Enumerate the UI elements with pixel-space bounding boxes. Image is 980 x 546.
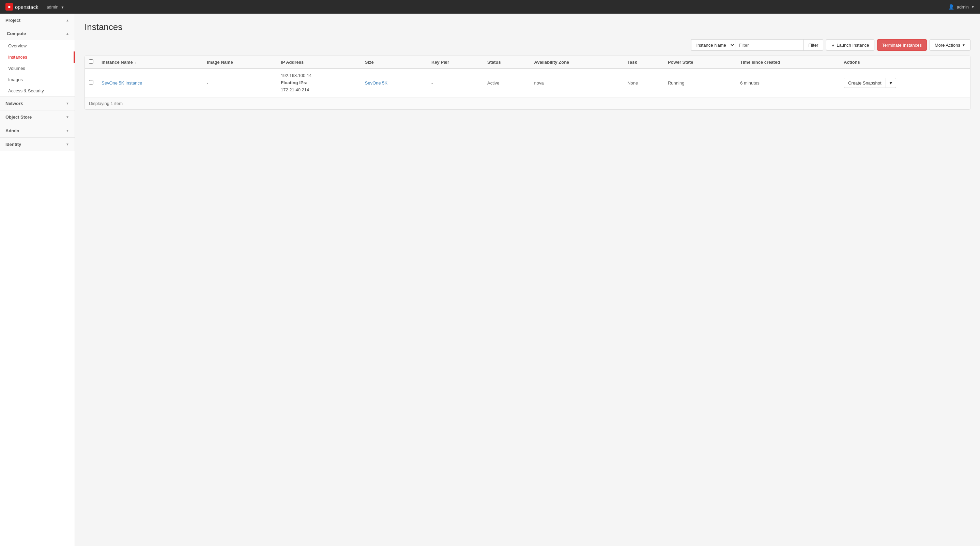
sidebar-item-access-security[interactable]: Access & Security [0,85,75,96]
ip-block: 192.168.100.14 Floating IPs: 172.21.40.2… [281,72,357,93]
object-store-chevron-icon: ▼ [66,115,69,119]
user-label: admin [957,5,969,10]
filter-group: Instance Name Filter [691,39,823,51]
top-bar-admin-caret[interactable]: ▼ [60,5,64,9]
size-cell: SevOne 5K [361,68,427,97]
sidebar-admin-header[interactable]: Admin ▼ [0,124,75,137]
admin-chevron-icon: ▼ [66,129,69,132]
create-snapshot-button[interactable]: Create Snapshot [844,78,886,88]
filter-select[interactable]: Instance Name [691,39,735,51]
instances-table: Instance Name ↕ Image Name IP Address Si… [85,56,970,97]
sidebar-network-header[interactable]: Network ▼ [0,97,75,110]
table-footer: Displaying 1 item [85,97,970,110]
more-actions-button[interactable]: More Actions ▼ [929,39,970,51]
more-actions-label: More Actions [935,43,960,48]
sidebar-section-identity: Identity ▼ [0,138,75,151]
top-bar-admin-dropdown[interactable]: admin ▼ [46,5,64,10]
sidebar-item-overview[interactable]: Overview [0,40,75,51]
page-title: Instances [84,22,970,32]
time-since-created-cell: 6 minutes [736,68,840,97]
col-availability-zone[interactable]: Availability Zone [530,56,624,68]
more-actions-caret-icon: ▼ [962,43,965,47]
col-status[interactable]: Status [483,56,530,68]
key-pair-cell: - [427,68,483,97]
user-menu[interactable]: 👤 admin ▼ [948,4,975,10]
sort-icon: ↕ [135,61,137,64]
row-checkbox[interactable] [89,80,93,84]
action-dropdown-button[interactable]: ▼ [886,78,896,88]
col-power-state[interactable]: Power State [664,56,736,68]
sidebar-item-volumes[interactable]: Volumes [0,63,75,74]
terminate-instances-button[interactable]: Terminate Instances [877,39,927,51]
col-image-name[interactable]: Image Name [203,56,277,68]
network-chevron-icon: ▼ [66,102,69,105]
launch-instance-button[interactable]: ▲ Launch Instance [826,39,874,51]
filter-button[interactable]: Filter [803,39,823,51]
sidebar-project-label: Project [5,18,21,23]
launch-button-label: Launch Instance [837,43,869,48]
upload-icon: ▲ [831,43,835,47]
sidebar-subsection-compute: Compute ▲ Overview Instances Volumes Ima… [0,27,75,96]
sidebar-compute-label: Compute [7,31,26,36]
sidebar-object-store-header[interactable]: Object Store ▼ [0,110,75,124]
action-caret-icon: ▼ [889,80,893,86]
top-bar-left: ■ openstack admin ▼ [5,3,64,11]
sidebar-item-images[interactable]: Images [0,74,75,85]
instance-name-cell: SevOne 5K Instance [97,68,203,97]
sidebar-compute-header[interactable]: Compute ▲ [0,27,75,40]
actions-cell: Create Snapshot ▼ [840,68,970,97]
availability-zone-cell: nova [530,68,624,97]
col-time-since-created[interactable]: Time since created [736,56,840,68]
toolbar: Instance Name Filter ▲ Launch Instance T… [84,39,970,51]
select-all-col[interactable] [85,56,97,68]
sidebar: Project ▲ Compute ▲ Overview Instances V… [0,14,75,546]
sidebar-admin-label: Admin [5,128,19,133]
action-btn-group: Create Snapshot ▼ [844,78,966,88]
col-instance-name-label: Instance Name [102,60,133,65]
col-ip-address[interactable]: IP Address [277,56,361,68]
status-cell: Active [483,68,530,97]
ip-primary: 192.168.100.14 [281,72,357,80]
top-bar-admin-label: admin [46,5,58,10]
select-all-checkbox[interactable] [89,59,93,64]
col-instance-name[interactable]: Instance Name ↕ [97,56,203,68]
sidebar-section-admin: Admin ▼ [0,124,75,138]
sidebar-section-object-store: Object Store ▼ [0,110,75,124]
table-row: SevOne 5K Instance - 192.168.100.14 Floa… [85,68,970,97]
user-caret-icon[interactable]: ▼ [971,5,975,9]
person-icon: 👤 [948,4,954,10]
instances-table-wrapper: Instance Name ↕ Image Name IP Address Si… [84,56,970,110]
size-link[interactable]: SevOne 5K [365,80,388,86]
sidebar-item-instances[interactable]: Instances [0,51,75,63]
identity-chevron-icon: ▼ [66,142,69,146]
sidebar-object-store-label: Object Store [5,115,32,119]
col-size[interactable]: Size [361,56,427,68]
sidebar-network-label: Network [5,101,23,106]
floating-label: Floating IPs: [281,80,357,87]
compute-chevron-icon: ▲ [66,32,69,35]
instance-name-link[interactable]: SevOne 5K Instance [102,80,142,86]
top-bar: ■ openstack admin ▼ 👤 admin ▼ [0,0,980,14]
project-chevron-icon: ▲ [66,18,69,22]
logo-text: openstack [15,4,38,10]
col-task[interactable]: Task [623,56,664,68]
sidebar-section-project: Project ▲ Compute ▲ Overview Instances V… [0,14,75,97]
more-actions-group: More Actions ▼ [929,39,970,51]
sidebar-identity-label: Identity [5,142,21,147]
openstack-logo[interactable]: ■ openstack [5,3,38,11]
sidebar-identity-header[interactable]: Identity ▼ [0,138,75,151]
col-key-pair[interactable]: Key Pair [427,56,483,68]
filter-input[interactable] [735,39,803,51]
task-cell: None [623,68,664,97]
main-content: Instances Instance Name Filter ▲ Launch … [75,14,980,546]
ip-address-cell: 192.168.100.14 Floating IPs: 172.21.40.2… [277,68,361,97]
table-header-row: Instance Name ↕ Image Name IP Address Si… [85,56,970,68]
image-name-cell: - [203,68,277,97]
ip-floating: 172.21.40.214 [281,87,357,94]
power-state-cell: Running [664,68,736,97]
logo-icon: ■ [5,3,13,11]
col-actions: Actions [840,56,970,68]
sidebar-section-network: Network ▼ [0,97,75,110]
row-checkbox-cell[interactable] [85,68,97,97]
sidebar-project-header[interactable]: Project ▲ [0,14,75,27]
